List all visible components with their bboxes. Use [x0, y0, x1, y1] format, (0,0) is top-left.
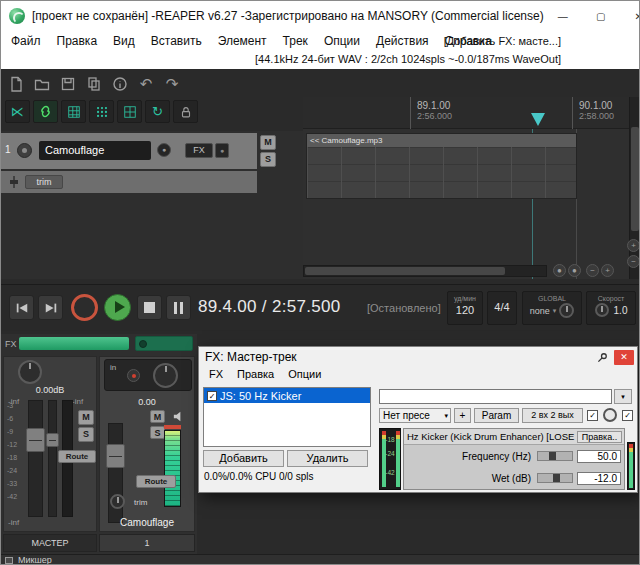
wet-dry-knob[interactable] — [603, 408, 617, 422]
fx-com ment-field[interactable] — [379, 389, 612, 404]
master-volume-fader[interactable] — [28, 400, 43, 517]
scroll-dot-icon[interactable]: ● — [568, 264, 581, 277]
menu-view[interactable]: Вид — [105, 31, 143, 51]
track-fx-button[interactable]: FX — [185, 143, 213, 158]
global-automation-value[interactable]: none — [530, 306, 550, 316]
redo-icon[interactable]: ↷ — [161, 73, 183, 95]
slider-handle[interactable] — [553, 474, 560, 482]
fx-online-checkbox[interactable]: ✓ — [622, 410, 633, 421]
slider-handle[interactable] — [549, 452, 556, 460]
menu-item[interactable]: Элемент — [210, 31, 275, 51]
fx-window-close-button[interactable]: ✕ — [614, 350, 634, 365]
preset-save-button[interactable]: + — [454, 408, 471, 423]
mixer-docker-label[interactable]: Микшер — [18, 555, 52, 565]
channel-route-button[interactable]: Route — [136, 475, 176, 488]
wet-value[interactable]: -12.0 — [577, 472, 621, 485]
master-fx-insert-bar[interactable] — [19, 337, 129, 350]
hzoom-out-button[interactable]: − — [586, 264, 599, 277]
playrate-box[interactable]: Скорост 1.0 — [586, 291, 636, 325]
bpm-value[interactable]: 120 — [448, 304, 482, 316]
menu-track[interactable]: Трек — [275, 31, 316, 51]
hzoom-in-button[interactable]: + — [601, 264, 614, 277]
fx-menu-fx[interactable]: FX — [202, 367, 230, 384]
fx-chain-list[interactable]: ✓ JS: 50 Hz Kicker — [203, 387, 371, 447]
master-pan-knob[interactable] — [18, 360, 42, 384]
fx-enabled-checkbox[interactable]: ✓ — [207, 391, 217, 401]
master-fader-handle[interactable] — [26, 428, 45, 452]
trim-envelope-lane[interactable]: trim — [1, 171, 257, 193]
fx-list-item-selected[interactable]: ✓ JS: 50 Hz Kicker — [204, 388, 370, 403]
param-button[interactable]: Param — [474, 408, 519, 423]
time-signature-box[interactable]: 4/4 — [487, 291, 517, 325]
bpm-box[interactable]: уд/мин 120 — [447, 291, 483, 325]
grid-settings-icon[interactable] — [117, 100, 142, 123]
arrange-view[interactable]: << Camouflage.mp3 ● ● − + — [303, 129, 629, 279]
track-solo-button[interactable]: S — [260, 152, 276, 167]
track-fx-bypass-icon[interactable]: ● — [215, 143, 229, 158]
speaker-icon[interactable] — [172, 410, 185, 423]
menu-options[interactable]: Опции — [316, 31, 368, 51]
frequency-slider[interactable] — [537, 451, 573, 461]
track-name-field[interactable]: Camouflage — [39, 141, 151, 160]
media-item-body[interactable] — [307, 147, 576, 198]
minimize-button[interactable]: — — [544, 1, 582, 31]
io-routing-button[interactable]: 2 вх 2 вых — [522, 408, 583, 423]
track-header[interactable]: 1 Camouflage ● FX ● — [1, 133, 257, 169]
playrate-value[interactable]: 1.0 — [614, 305, 628, 316]
loop-toggle-icon[interactable]: ↻ — [145, 100, 170, 123]
vzoom-in-button[interactable]: + — [627, 239, 640, 252]
media-item-label[interactable]: << Camouflage.mp3 — [307, 134, 576, 147]
pin-icon[interactable] — [597, 352, 608, 363]
fx-menu-edit[interactable]: Правка — [230, 367, 281, 384]
master-route-button[interactable]: Route — [58, 450, 96, 463]
playrate-knob[interactable] — [595, 303, 609, 317]
project-settings-icon[interactable] — [83, 73, 105, 95]
close-button[interactable]: ✕ — [620, 1, 640, 31]
plugin-edit-button[interactable]: Правка.. — [577, 431, 622, 443]
fx-field-dropdown-button[interactable]: ▾ — [614, 389, 632, 404]
horizontal-scrollbar[interactable] — [303, 265, 547, 277]
channel-pan-knob[interactable] — [153, 363, 178, 388]
menu-file[interactable]: Файл — [3, 31, 49, 51]
time-signature-value[interactable]: 4/4 — [488, 292, 516, 322]
wet-slider[interactable] — [537, 473, 573, 483]
fx-menu-options[interactable]: Опции — [281, 367, 328, 384]
maximize-button[interactable]: ▢ — [582, 1, 620, 31]
lock-icon[interactable] — [173, 100, 198, 123]
mouse-edit-mode-icon[interactable]: ⋉ — [5, 100, 30, 123]
input-monitor-knob[interactable] — [127, 369, 140, 382]
undo-icon[interactable]: ↶ — [135, 73, 157, 95]
master-width-fader[interactable] — [48, 400, 57, 517]
channel-gain-readout[interactable]: 0.00 — [100, 397, 194, 407]
fx-window-titlebar[interactable]: FX: Мастер-трек ✕ — [199, 347, 637, 367]
frequency-value[interactable]: 50.0 — [577, 450, 621, 463]
vertical-scrollbar-thumb[interactable] — [631, 127, 639, 231]
master-width-handle[interactable] — [46, 433, 59, 447]
fx-add-button[interactable]: Добавить — [203, 450, 284, 467]
channel-solo-button[interactable]: S — [150, 426, 165, 439]
fx-bypass-checkbox[interactable]: ✓ — [587, 410, 598, 421]
channel-mute-button[interactable]: M — [150, 410, 165, 423]
go-to-end-button[interactable] — [38, 295, 63, 320]
track-routing-button[interactable]: ● — [157, 143, 171, 157]
master-gain-readout[interactable]: 0.00dB — [4, 385, 96, 395]
media-item[interactable]: << Camouflage.mp3 — [306, 133, 577, 199]
go-to-start-button[interactable] — [9, 295, 34, 320]
menu-edit[interactable]: Правка — [49, 31, 106, 51]
global-automation-knob[interactable] — [559, 303, 574, 318]
scroll-dot-icon[interactable]: ● — [553, 264, 566, 277]
fx-delete-button[interactable]: Удалить — [287, 450, 368, 467]
preset-dropdown[interactable]: Нет пресе ▾ — [379, 408, 451, 423]
channel-input-fx-box[interactable]: in — [104, 359, 192, 391]
pause-button[interactable] — [166, 295, 191, 320]
open-project-icon[interactable] — [31, 73, 53, 95]
vzoom-out-button[interactable]: − — [627, 255, 640, 268]
trim-knob[interactable] — [110, 494, 125, 509]
timeline-ruler[interactable]: 89.1.00 2:56.000 90.1.00 2:58.000 — [303, 97, 629, 129]
trim-envelope-button[interactable]: trim — [25, 175, 63, 189]
master-mute-button[interactable]: M — [78, 410, 94, 425]
record-button[interactable] — [71, 294, 98, 321]
transport-position[interactable]: 89.4.00 / 2:57.500 — [198, 297, 340, 317]
channel-fader-handle[interactable] — [106, 444, 125, 468]
grid-snap-icon[interactable] — [61, 100, 86, 123]
